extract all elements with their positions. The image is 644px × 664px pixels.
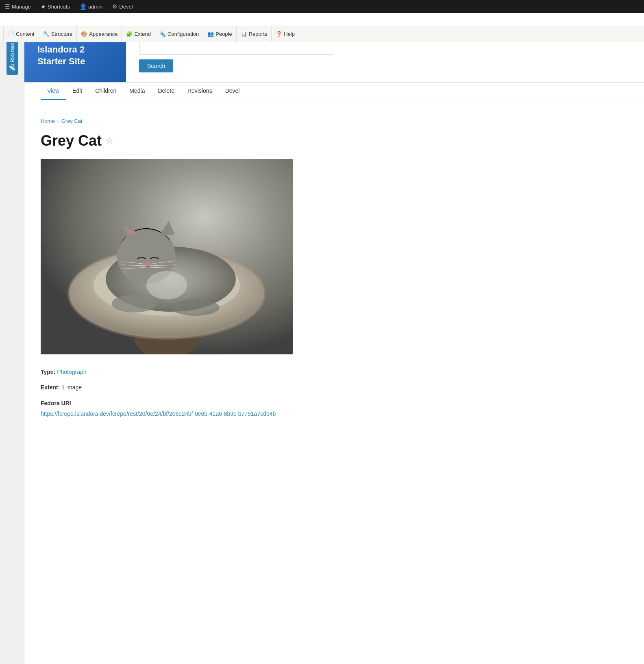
page-title: Grey Cat ☆ [41,132,628,149]
tab-media[interactable]: Media [123,83,151,100]
tab-revisions[interactable]: Revisions [181,83,219,100]
type-label: Type: [41,369,55,375]
star-icon: ★ [41,3,46,10]
nav-configuration[interactable]: 🔩 Configuration [155,26,203,42]
type-field: Type: Photograph [41,367,628,376]
reports-icon: 📊 [241,31,247,37]
extend-icon: 🧩 [126,31,133,37]
nav-structure[interactable]: 🔧 Structure [39,26,77,42]
metadata-section: Type: Photograph Extent: 1 image Fedora … [41,367,628,419]
page-tabs: View Edit Children Media Delete Revision… [24,83,644,100]
fedora-label: Fedora URI [41,399,628,408]
secondary-nav: 📄 Content 🔧 Structure 🎨 Appearance 🧩 Ext… [0,26,644,42]
breadcrumb-home[interactable]: Home [41,118,55,124]
rss-icon: 📡 [9,64,15,71]
left-sidebar: 📡 RSS feed [0,29,24,664]
cat-image-svg [41,159,293,354]
breadcrumb: Home › Grey Cat [41,118,628,124]
content-inner: Home › Grey Cat Grey Cat ☆ [24,100,644,437]
rss-feed-button[interactable]: 📡 RSS feed [7,39,18,75]
toolbar-admin[interactable]: 👤 admin [78,3,104,10]
toolbar-shortcuts[interactable]: ★ Shortcuts [39,3,72,10]
nav-extend[interactable]: 🧩 Extend [122,26,155,42]
help-icon: ❓ [276,31,282,37]
admin-toolbar: ☰ Manage ★ Shortcuts 👤 admin ⚙ Devel [0,0,644,13]
page-wrapper: 📡 RSS feed Islandora 2 Starter Site Sear… [0,29,644,664]
people-icon: 👥 [207,31,214,37]
extent-label: Extent: [41,384,60,391]
nav-people[interactable]: 👥 People [203,26,236,42]
appearance-icon: 🎨 [81,31,87,37]
svg-point-18 [146,271,187,299]
gear-icon: ⚙ [112,3,117,10]
fedora-uri-link[interactable]: https://fcrepo.islandora.dev/fcrepo/rest… [41,411,276,417]
cat-image [41,159,293,354]
type-value-link[interactable]: Photograph [57,369,86,375]
breadcrumb-separator: › [57,118,59,124]
nav-reports[interactable]: 📊 Reports [237,26,272,42]
extent-value: 1 image [61,384,82,391]
svg-point-19 [112,295,157,312]
extent-field: Extent: 1 image [41,383,628,392]
manage-icon: ☰ [5,3,10,10]
config-icon: 🔩 [159,31,166,37]
user-icon: 👤 [80,3,87,10]
tab-delete[interactable]: Delete [152,83,181,100]
search-button[interactable]: Search [139,59,173,72]
svg-point-20 [171,299,220,316]
content-icon: 📄 [8,31,14,37]
breadcrumb-current: Grey Cat [61,118,83,124]
tab-edit[interactable]: Edit [66,83,89,100]
tab-children[interactable]: Children [89,83,123,100]
favorite-star-icon[interactable]: ☆ [106,136,113,146]
content-area: Islandora 2 Starter Site Search My accou… [24,29,644,664]
nav-help[interactable]: ❓ Help [272,26,299,42]
fedora-uri-field: Fedora URI https://fcrepo.islandora.dev/… [41,399,628,419]
tab-view[interactable]: View [41,83,66,100]
site-title: Islandora 2 Starter Site [37,44,113,67]
nav-appearance[interactable]: 🎨 Appearance [77,26,122,42]
svg-point-11 [146,262,150,266]
toolbar-manage[interactable]: ☰ Manage [3,3,33,10]
tab-devel[interactable]: Devel [219,83,246,100]
toolbar-devel[interactable]: ⚙ Devel [111,3,134,10]
structure-icon: 🔧 [43,31,50,37]
nav-content[interactable]: 📄 Content [3,26,39,42]
